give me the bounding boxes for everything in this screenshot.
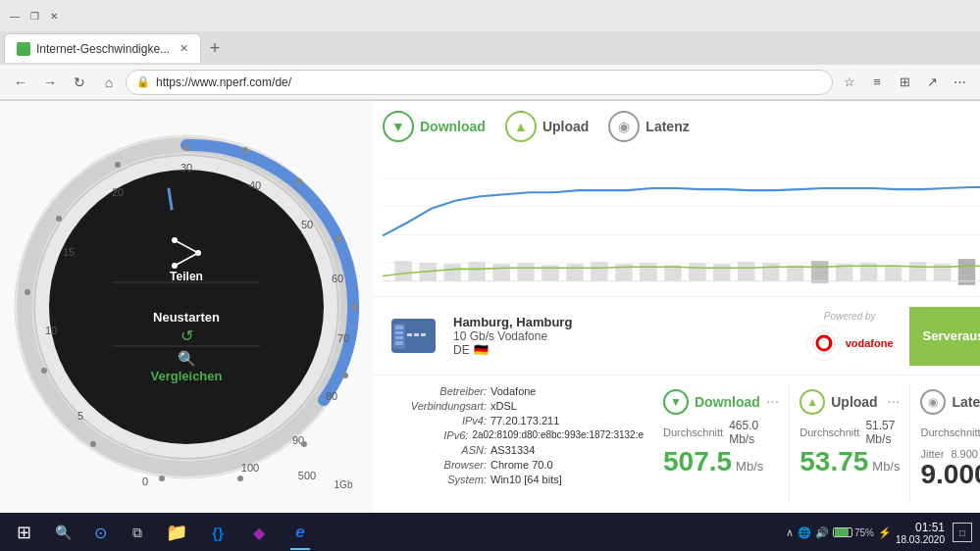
forward-button[interactable]: → <box>37 70 63 95</box>
clock-section[interactable]: 01:51 18.03.2020 <box>896 521 949 545</box>
svg-rect-55 <box>394 261 411 281</box>
svg-text:40: 40 <box>249 179 261 191</box>
svg-text:5: 5 <box>77 410 83 422</box>
latenz-main-val: 9.000 <box>920 461 980 488</box>
upload-main-val: 53.75 <box>799 448 868 476</box>
download-unit: Mb/s <box>736 459 763 474</box>
latenz-tab[interactable]: ◉ Latenz <box>608 111 689 142</box>
download-avg-row: Durchschnitt 465.0 Mb/s <box>663 419 779 446</box>
chart-area: ▼ Download ▲ Upload ◉ Latenz <box>373 101 980 297</box>
download-metric: ▼ Download ··· Durchschnitt 465.0 Mb/s 5… <box>653 385 790 503</box>
lightning-icon: ⚡ <box>878 526 892 539</box>
download-metric-icon: ▼ <box>663 389 689 415</box>
svg-rect-67 <box>689 263 705 281</box>
title-bar: — ❐ ✕ <box>0 0 980 31</box>
svg-rect-68 <box>713 264 730 280</box>
stats-metrics: ▼ Download ··· Durchschnitt 465.0 Mb/s 5… <box>653 385 980 503</box>
svg-rect-75 <box>885 265 902 280</box>
upload-unit: Mb/s <box>872 459 900 474</box>
svg-rect-63 <box>591 262 607 281</box>
speed-chart <box>383 150 980 291</box>
active-tab[interactable]: Internet-Geschwindigke... ✕ <box>4 33 201 63</box>
stat-row-ipv4: IPv4: 77.20.173.211 <box>388 415 644 426</box>
svg-point-31 <box>296 178 302 184</box>
download-tab[interactable]: ▼ Download <box>383 111 486 142</box>
svg-point-22 <box>25 289 30 295</box>
svg-rect-58 <box>468 262 485 281</box>
vodafone-icon <box>806 326 842 361</box>
stat-row-betreiber: Betreiber: Vodafone <box>388 385 644 397</box>
upload-avg-label: Durchschnitt <box>799 426 859 438</box>
speaker-icon[interactable]: 🔊 <box>815 526 829 539</box>
tab-title: Internet-Geschwindigke... <box>36 42 170 56</box>
network-icon[interactable]: 🌐 <box>798 526 811 539</box>
powered-by-text: Powered by <box>824 311 876 322</box>
serverauswahl-button[interactable]: Serverauswa... <box>909 307 980 366</box>
country-code: DE <box>453 343 470 357</box>
svg-rect-72 <box>811 261 828 283</box>
start-button[interactable]: ⊞ <box>4 515 43 550</box>
star-button[interactable]: ☆ <box>837 70 862 95</box>
svg-text:100: 100 <box>241 462 259 474</box>
tray-up-arrow-icon[interactable]: ∧ <box>786 526 794 539</box>
taskbar-vscode[interactable]: {} <box>198 515 237 550</box>
close-button[interactable]: ✕ <box>47 9 61 23</box>
notification-icon[interactable]: □ <box>953 523 972 542</box>
svg-rect-59 <box>492 264 509 280</box>
task-view-button[interactable]: ⧉ <box>120 515 155 550</box>
stat-key-asn: ASN: <box>388 444 487 456</box>
home-button[interactable]: ⌂ <box>96 70 122 95</box>
refresh-button[interactable]: ↻ <box>67 70 92 95</box>
svg-point-28 <box>342 373 348 378</box>
search-button[interactable]: 🔍 <box>45 515 80 550</box>
upload-metric-dots[interactable]: ··· <box>887 393 900 411</box>
taskbar-file-explorer[interactable]: 📁 <box>157 515 196 550</box>
system-info: Betreiber: Vodafone Verbindungsart: xDSL… <box>388 385 644 503</box>
purple-app-icon: ◆ <box>253 524 265 542</box>
read-button[interactable]: ≡ <box>864 70 890 95</box>
svg-text:30: 30 <box>181 162 192 174</box>
stat-val-betreiber: Vodafone <box>490 385 537 397</box>
taskbar-purple-app[interactable]: ◆ <box>239 515 279 550</box>
upload-tab-label: Upload <box>542 119 589 134</box>
maximize-button[interactable]: ❐ <box>27 9 41 23</box>
tab-close-button[interactable]: ✕ <box>180 42 188 55</box>
gauge-svg: 0 5 10 15 20 30 40 50 60 70 80 <box>0 121 373 493</box>
new-tab-button[interactable]: + <box>201 34 229 62</box>
hub-button[interactable]: ⊞ <box>892 70 917 95</box>
edge-icon: e <box>295 523 304 542</box>
browser-chrome: — ❐ ✕ Internet-Geschwindigke... ✕ + ← → … <box>0 0 980 101</box>
upload-tab[interactable]: ▲ Upload <box>505 111 589 142</box>
taskbar-edge[interactable]: e <box>281 515 320 550</box>
svg-text:80: 80 <box>326 390 337 402</box>
download-metric-dots[interactable]: ··· <box>766 393 779 411</box>
address-bar[interactable]: 🔒 https://www.nperf.com/de/ <box>126 70 833 95</box>
tab-bar: Internet-Geschwindigke... ✕ + <box>0 31 980 65</box>
upload-metric-name: Upload <box>831 394 877 410</box>
stat-val-ipv4: 77.20.173.211 <box>490 415 559 426</box>
country-flag: 🇩🇪 <box>474 343 489 357</box>
battery-indicator[interactable]: 75% <box>833 527 874 538</box>
battery-bar <box>833 527 852 537</box>
isp-details: Hamburg, Hamburg 10 Gb/s Vodafone DE 🇩🇪 <box>453 315 791 357</box>
lock-icon: 🔒 <box>136 75 150 88</box>
isp-icon-container <box>388 312 438 361</box>
menu-button[interactable]: ⋯ <box>947 70 972 95</box>
back-button[interactable]: ← <box>8 70 33 95</box>
svg-text:↺: ↺ <box>181 327 193 344</box>
isp-speed: 10 Gb/s Vodafone <box>453 329 791 343</box>
stat-key-betreiber: Betreiber: <box>388 385 487 397</box>
minimize-button[interactable]: — <box>8 9 22 23</box>
svg-rect-57 <box>443 264 460 280</box>
svg-text:Teilen: Teilen <box>170 270 203 283</box>
stat-val-asn: AS31334 <box>490 444 535 456</box>
chart-tabs: ▼ Download ▲ Upload ◉ Latenz <box>383 111 980 142</box>
svg-text:Neustarten: Neustarten <box>153 310 220 325</box>
battery-fill <box>835 528 849 536</box>
upload-tab-icon: ▲ <box>505 111 537 142</box>
latenz-avg-row: Durchschnitt 11.26 ms <box>920 419 980 446</box>
cortana-button[interactable]: ⊙ <box>82 515 118 550</box>
svg-text:Vergleichen: Vergleichen <box>151 369 223 383</box>
share-button[interactable]: ↗ <box>919 70 945 95</box>
latenz-metric-header: ◉ Latenz <box>920 389 980 415</box>
